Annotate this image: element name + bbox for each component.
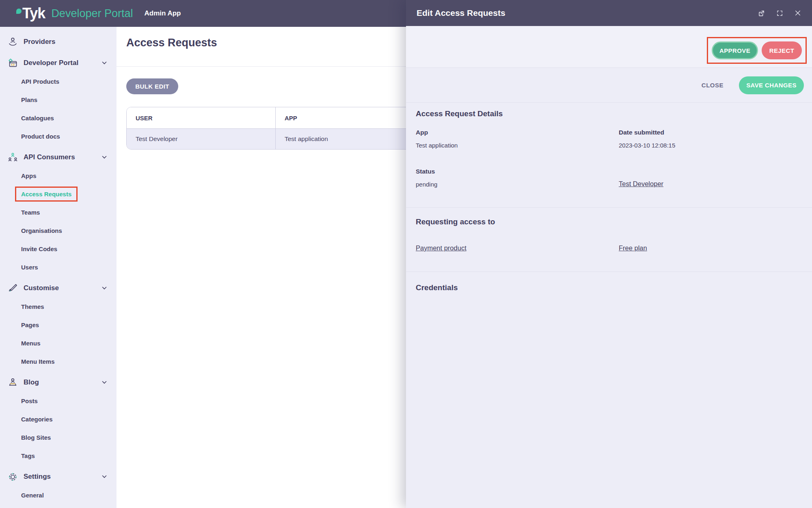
sidebar: Providers Developer Portal API Products … (0, 27, 117, 508)
sidebar-item-catalogues[interactable]: Catalogues (0, 109, 117, 127)
sidebar-item-posts[interactable]: Posts (0, 392, 117, 410)
user-link[interactable]: Test Developer (619, 180, 663, 188)
credentials-section: Credentials (406, 271, 812, 508)
date-submitted-value: 2023-03-10 12:08:15 (619, 142, 802, 149)
chevron-down-icon[interactable] (102, 381, 107, 384)
settings-icon (7, 471, 18, 482)
plan-link[interactable]: Free plan (619, 244, 802, 252)
sidebar-item-api-products[interactable]: API Products (0, 72, 117, 91)
save-changes-button[interactable]: SAVE CHANGES (739, 76, 804, 94)
sidebar-section-label: API Consumers (24, 153, 75, 161)
panel-action-bar: APPROVE REJECT (406, 26, 812, 67)
details-grid: App Test application Date submitted 2023… (416, 129, 802, 188)
reject-button[interactable]: REJECT (762, 41, 802, 59)
chevron-down-icon[interactable] (102, 287, 107, 290)
sidebar-item-blog-sites[interactable]: Blog Sites (0, 428, 117, 447)
access-request-details-section: Access Request Details App Test applicat… (406, 102, 812, 207)
sidebar-section-customise[interactable]: Customise (0, 279, 117, 297)
requesting-links: Payment product Free plan (416, 244, 802, 252)
logo-text: Tyk (22, 6, 45, 21)
customise-icon (7, 283, 18, 294)
close-icon[interactable] (794, 9, 801, 17)
sidebar-section-api-consumers[interactable]: API Consumers (0, 148, 117, 167)
sidebar-item-product-docs[interactable]: Product docs (0, 127, 117, 145)
sidebar-section-label: Developer Portal (24, 59, 78, 67)
sidebar-item-menu-items[interactable]: Menu Items (0, 352, 117, 371)
tyk-logo: Tyk Developer Portal (16, 6, 133, 21)
requesting-heading: Requesting access to (416, 217, 802, 226)
approve-button[interactable]: APPROVE (712, 41, 758, 59)
sidebar-section-label: Providers (24, 38, 55, 46)
credentials-heading: Credentials (416, 283, 802, 292)
developer-portal-icon (7, 58, 18, 69)
blog-icon (7, 377, 18, 388)
tyk-leaf-icon (16, 9, 22, 14)
bulk-edit-button[interactable]: BULK EDIT (126, 78, 178, 94)
chevron-down-icon[interactable] (102, 61, 107, 65)
app-label: App (416, 129, 619, 136)
sidebar-item-teams[interactable]: Teams (0, 203, 117, 221)
sidebar-item-invite-codes[interactable]: Invite Codes (0, 240, 117, 258)
sidebar-item-menus[interactable]: Menus (0, 334, 117, 352)
sidebar-section-settings[interactable]: Settings (0, 467, 117, 486)
sidebar-item-categories[interactable]: Categories (0, 410, 117, 428)
column-header-user[interactable]: USER (127, 107, 275, 128)
approve-reject-annotation-box: APPROVE REJECT (707, 37, 807, 64)
sidebar-section-providers[interactable]: Providers (0, 33, 117, 51)
logo-subtitle: Developer Portal (51, 7, 133, 20)
requesting-access-section: Requesting access to Payment product Fre… (406, 207, 812, 271)
close-button[interactable]: CLOSE (702, 82, 723, 89)
panel-header: Edit Access Requests (406, 0, 812, 26)
chevron-down-icon[interactable] (102, 475, 107, 478)
product-link[interactable]: Payment product (416, 244, 619, 252)
details-heading: Access Request Details (416, 109, 802, 118)
sidebar-item-plans[interactable]: Plans (0, 91, 117, 109)
status-label: Status (416, 168, 619, 175)
sidebar-item-general[interactable]: General (0, 486, 117, 504)
sidebar-item-pages[interactable]: Pages (0, 316, 117, 334)
open-in-new-icon[interactable] (758, 9, 765, 17)
sidebar-section-label: Blog (24, 378, 39, 386)
sidebar-item-tags[interactable]: Tags (0, 447, 117, 465)
sidebar-item-access-requests[interactable]: Access Requests (0, 185, 117, 203)
app-name-label: Admin App (144, 9, 181, 17)
fullscreen-icon[interactable] (776, 10, 783, 17)
access-requests-active-label[interactable]: Access Requests (15, 187, 78, 202)
cell-user[interactable]: Test Developer (127, 129, 275, 149)
sidebar-section-developer-portal[interactable]: Developer Portal (0, 54, 117, 72)
sidebar-item-users[interactable]: Users (0, 258, 117, 276)
chevron-down-icon[interactable] (102, 156, 107, 159)
edit-access-requests-panel: Edit Access Requests APPROVE REJECT (406, 0, 812, 508)
sidebar-item-themes[interactable]: Themes (0, 297, 117, 316)
sidebar-section-blog[interactable]: Blog (0, 373, 117, 392)
panel-title: Edit Access Requests (417, 8, 505, 18)
date-submitted-label: Date submitted (619, 129, 802, 136)
api-consumers-icon (7, 152, 18, 163)
panel-header-icons (758, 9, 801, 17)
app-value: Test application (416, 142, 619, 149)
panel-save-bar: CLOSE SAVE CHANGES (406, 67, 812, 102)
sidebar-item-apps[interactable]: Apps (0, 167, 117, 185)
sidebar-item-organisations[interactable]: Organisations (0, 221, 117, 240)
providers-icon (7, 37, 18, 48)
status-value: pending (416, 181, 619, 188)
sidebar-section-label: Customise (24, 284, 59, 292)
sidebar-section-label: Settings (24, 473, 51, 481)
